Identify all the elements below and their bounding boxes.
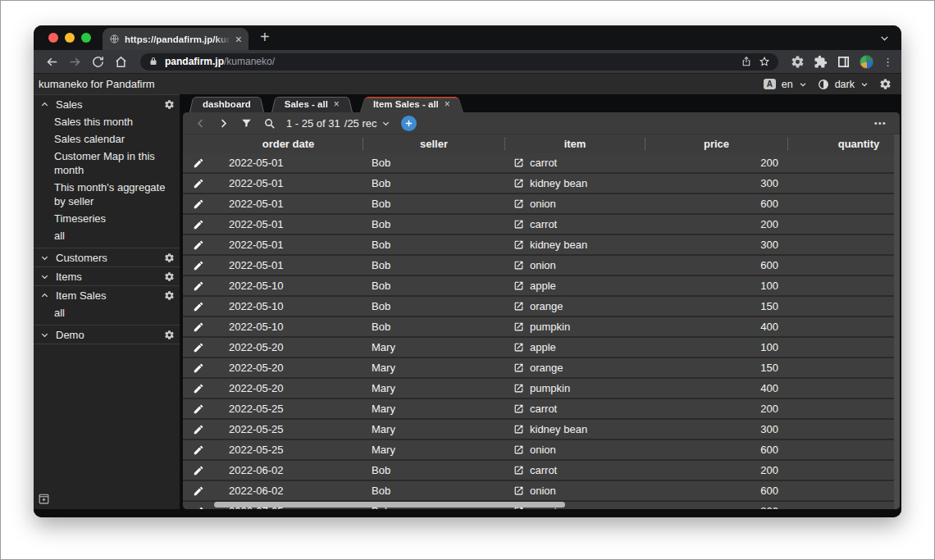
cell-item[interactable]: carrot bbox=[505, 403, 645, 415]
back-button[interactable] bbox=[45, 55, 59, 69]
forward-button[interactable] bbox=[68, 55, 82, 69]
cell-item[interactable]: apple bbox=[505, 280, 645, 292]
side-panel-icon[interactable] bbox=[837, 55, 851, 69]
content-tab[interactable]: dashboard bbox=[189, 95, 264, 112]
search-icon[interactable] bbox=[263, 117, 276, 130]
vertical-scrollbar[interactable] bbox=[894, 134, 900, 509]
cell-item[interactable]: kidney bean bbox=[505, 177, 645, 189]
horizontal-scrollbar[interactable] bbox=[183, 501, 894, 509]
cell-item[interactable]: onion bbox=[505, 485, 645, 497]
cell-item[interactable]: pumpkin bbox=[505, 321, 645, 333]
zoom-window-button[interactable] bbox=[81, 33, 91, 43]
cell-item[interactable]: carrot bbox=[505, 218, 645, 230]
sidebar-item[interactable]: Customer Map in this month bbox=[34, 148, 180, 179]
content-tab[interactable]: Sales - all × bbox=[271, 95, 353, 112]
content-tab-close-icon[interactable]: × bbox=[334, 99, 340, 109]
edit-pencil-icon[interactable] bbox=[183, 321, 214, 333]
edit-pencil-icon[interactable] bbox=[183, 301, 214, 312]
home-button[interactable] bbox=[114, 55, 128, 69]
new-tab-button[interactable]: + bbox=[260, 29, 270, 50]
edit-pencil-icon[interactable] bbox=[183, 198, 214, 210]
address-bar[interactable]: pandafirm.jp/kumaneko/ bbox=[140, 53, 778, 71]
cell-item[interactable]: onion bbox=[505, 444, 645, 456]
cell-item[interactable]: pumpkin bbox=[505, 382, 645, 394]
sidebar-group-header[interactable]: Item Sales bbox=[34, 286, 180, 304]
theme-chevron-icon[interactable] bbox=[860, 80, 869, 89]
sidebar-gear-icon[interactable] bbox=[164, 330, 175, 340]
settings-gear-icon[interactable] bbox=[791, 55, 805, 69]
sidebar-item[interactable]: all bbox=[34, 304, 180, 321]
bookmark-star-icon[interactable] bbox=[759, 56, 770, 67]
content-tab[interactable]: Item Sales - all × bbox=[360, 95, 463, 112]
edit-pencil-icon[interactable] bbox=[183, 260, 214, 271]
edit-pencil-icon[interactable] bbox=[183, 362, 214, 374]
close-window-button[interactable] bbox=[48, 33, 58, 43]
edit-pencil-icon[interactable] bbox=[183, 157, 214, 169]
tab-search-chevron-icon[interactable] bbox=[879, 32, 890, 47]
cell-item[interactable]: carrot bbox=[505, 464, 645, 476]
content-tab-close-icon[interactable]: × bbox=[445, 99, 450, 109]
reload-button[interactable] bbox=[91, 55, 105, 69]
sidebar-group-header[interactable]: Demo bbox=[34, 326, 180, 344]
next-page-icon[interactable] bbox=[217, 117, 230, 130]
pagination-control[interactable]: 1 - 25 of 31 /25 rec bbox=[286, 117, 390, 130]
cell-item[interactable]: apple bbox=[505, 341, 645, 353]
theme-select[interactable]: dark bbox=[835, 79, 855, 90]
language-select[interactable]: en bbox=[782, 79, 793, 90]
chevron-up-icon[interactable] bbox=[40, 291, 49, 300]
cell-item[interactable]: orange bbox=[505, 362, 645, 374]
sidebar-group-header[interactable]: Sales bbox=[34, 95, 180, 113]
extensions-puzzle-icon[interactable] bbox=[814, 55, 828, 69]
browser-tab[interactable]: https://pandafirm.jp/kumaneko × bbox=[103, 28, 249, 50]
sidebar-item[interactable]: Sales calendar bbox=[34, 130, 180, 148]
sidebar-gear-icon[interactable] bbox=[164, 290, 175, 301]
share-icon[interactable] bbox=[741, 56, 752, 67]
sidebar-gear-icon[interactable] bbox=[164, 253, 175, 263]
horizontal-scrollbar-thumb[interactable] bbox=[214, 502, 565, 508]
edit-pencil-icon[interactable] bbox=[183, 342, 214, 353]
cell-item[interactable]: kidney bean bbox=[505, 239, 645, 251]
chevron-down-icon[interactable] bbox=[40, 253, 49, 262]
edit-pencil-icon[interactable] bbox=[183, 424, 214, 435]
sidebar-item[interactable]: Timeseries bbox=[34, 210, 180, 227]
sidebar-item[interactable]: This month's aggregate by seller bbox=[34, 179, 180, 210]
app-settings-gear-icon[interactable] bbox=[879, 78, 892, 90]
column-header[interactable]: quantity bbox=[788, 138, 900, 150]
browser-menu-icon[interactable]: ⋮ bbox=[883, 56, 893, 68]
language-chevron-icon[interactable] bbox=[799, 80, 807, 89]
chevron-down-icon[interactable] bbox=[40, 330, 49, 339]
lock-icon[interactable] bbox=[148, 57, 158, 66]
sidebar-item[interactable]: all bbox=[34, 227, 180, 244]
cell-item[interactable]: onion bbox=[505, 259, 645, 271]
column-header[interactable]: price bbox=[645, 138, 788, 150]
edit-pencil-icon[interactable] bbox=[183, 383, 214, 394]
cell-item[interactable]: kidney bean bbox=[505, 423, 645, 435]
edit-pencil-icon[interactable] bbox=[183, 444, 214, 456]
edit-pencil-icon[interactable] bbox=[183, 178, 214, 189]
column-header[interactable]: order date bbox=[214, 138, 363, 150]
edit-pencil-icon[interactable] bbox=[183, 485, 214, 497]
column-header[interactable]: seller bbox=[363, 138, 505, 150]
add-window-icon[interactable] bbox=[38, 493, 50, 505]
tab-close-icon[interactable]: × bbox=[235, 34, 242, 45]
profile-avatar[interactable] bbox=[860, 55, 873, 69]
minimize-window-button[interactable] bbox=[65, 33, 75, 43]
chevron-down-icon[interactable] bbox=[40, 272, 49, 281]
edit-pencil-icon[interactable] bbox=[183, 403, 214, 415]
filter-icon[interactable] bbox=[240, 117, 253, 130]
edit-pencil-icon[interactable] bbox=[183, 280, 214, 292]
sidebar-item[interactable]: Sales this month bbox=[34, 113, 180, 130]
sidebar-group-header[interactable]: Customers bbox=[34, 248, 180, 266]
sidebar-gear-icon[interactable] bbox=[164, 99, 175, 110]
more-menu-button[interactable]: ••• bbox=[874, 119, 887, 128]
edit-pencil-icon[interactable] bbox=[183, 219, 214, 230]
cell-item[interactable]: orange bbox=[505, 300, 645, 312]
edit-pencil-icon[interactable] bbox=[183, 465, 214, 476]
cell-item[interactable]: carrot bbox=[505, 157, 645, 169]
sidebar-group-header[interactable]: Items bbox=[34, 267, 180, 285]
column-header[interactable] bbox=[183, 138, 214, 150]
chevron-up-icon[interactable] bbox=[40, 100, 49, 109]
cell-item[interactable]: onion bbox=[505, 198, 645, 210]
prev-page-icon[interactable] bbox=[194, 117, 207, 130]
edit-pencil-icon[interactable] bbox=[183, 239, 214, 251]
